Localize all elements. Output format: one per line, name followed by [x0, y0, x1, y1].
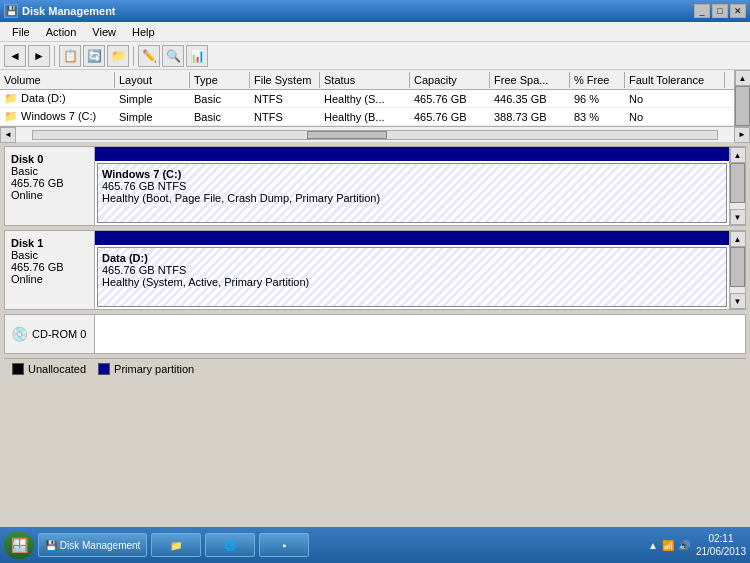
toolbar-back[interactable]: ◄	[4, 45, 26, 67]
toolbar-properties[interactable]: 📋	[59, 45, 81, 67]
title-bar: 💾 Disk Management _ □ ✕	[0, 0, 750, 22]
window-title: Disk Management	[22, 5, 116, 17]
taskbar-task-ie[interactable]: 🌐	[205, 533, 255, 557]
cell-layout-0: Simple	[115, 92, 190, 106]
taskbar-task-cmd[interactable]: ▪	[259, 533, 309, 557]
disk-1-type: Basic	[11, 249, 88, 261]
col-header-pctfree[interactable]: % Free	[570, 72, 625, 88]
list-vscroll[interactable]: ▲ ▼	[734, 70, 750, 126]
hscroll-right[interactable]: ►	[734, 127, 750, 143]
disk-0-size: 465.76 GB	[11, 177, 88, 189]
disk-1-partition-size: 465.76 GB NTFS	[102, 264, 722, 276]
disk-0-partition-area: Windows 7 (C:) 465.76 GB NTFS Healthy (B…	[95, 147, 729, 225]
disk-1-row: Disk 1 Basic 465.76 GB Online Data (D:) …	[4, 230, 746, 310]
cell-capacity-1: 465.76 GB	[410, 110, 490, 124]
clock[interactable]: 02:11 21/06/2013	[696, 532, 746, 558]
disk-1-status: Online	[11, 273, 88, 285]
cell-pctfree-1: 83 %	[570, 110, 625, 124]
clock-time: 02:11	[696, 532, 746, 545]
close-button[interactable]: ✕	[730, 4, 746, 18]
cdrom-0-row: 💿 CD-ROM 0	[4, 314, 746, 354]
disk-0-label: Disk 0 Basic 465.76 GB Online	[5, 147, 95, 225]
legend-label-primary: Primary partition	[114, 363, 194, 375]
cell-type-0: Basic	[190, 92, 250, 106]
col-header-type[interactable]: Type	[190, 72, 250, 88]
vscroll-up[interactable]: ▲	[735, 70, 751, 86]
cell-capacity-0: 465.76 GB	[410, 92, 490, 106]
cdrom-0-id: CD-ROM 0	[32, 328, 86, 340]
legend-bar: Unallocated Primary partition	[4, 358, 746, 378]
toolbar-edit[interactable]: ✏️	[138, 45, 160, 67]
table-row[interactable]: 📁 Data (D:) Simple Basic NTFS Healthy (S…	[0, 90, 734, 108]
disk-vscroll-1-down[interactable]: ▼	[730, 293, 746, 309]
disk-vscroll-1-up[interactable]: ▲	[730, 231, 746, 247]
disk-1-header-bar	[95, 231, 729, 245]
disk-vscroll-1-thumb[interactable]	[730, 247, 745, 287]
hscroll-area: ◄ ►	[0, 126, 750, 142]
cell-fs-1: NTFS	[250, 110, 320, 124]
disk-1-partition-area: Data (D:) 465.76 GB NTFS Healthy (System…	[95, 231, 729, 309]
disk-0-partition-size: 465.76 GB NTFS	[102, 180, 722, 192]
toolbar-refresh[interactable]: 🔄	[83, 45, 105, 67]
app-icon: 💾	[4, 4, 18, 18]
cell-status-1: Healthy (B...	[320, 110, 410, 124]
window-controls: _ □ ✕	[694, 4, 746, 18]
hscroll-thumb[interactable]	[307, 131, 387, 139]
disk-vscroll-0-down[interactable]: ▼	[730, 209, 746, 225]
col-header-fs[interactable]: File System	[250, 72, 320, 88]
toolbar-open[interactable]: 📁	[107, 45, 129, 67]
disk-0-row: Disk 0 Basic 465.76 GB Online Windows 7 …	[4, 146, 746, 226]
col-header-free[interactable]: Free Spa...	[490, 72, 570, 88]
main-content: Volume Layout Type File System Status Ca…	[0, 70, 750, 563]
toolbar-view[interactable]: 📊	[186, 45, 208, 67]
col-header-capacity[interactable]: Capacity	[410, 72, 490, 88]
clock-date: 21/06/2013	[696, 545, 746, 558]
cell-fault-0: No	[625, 92, 725, 106]
disk-0-partition-name: Windows 7 (C:)	[102, 168, 722, 180]
toolbar-search[interactable]: 🔍	[162, 45, 184, 67]
minimize-button[interactable]: _	[694, 4, 710, 18]
taskbar-task-diskmgmt[interactable]: 💾 Disk Management	[38, 533, 147, 557]
column-headers: Volume Layout Type File System Status Ca…	[0, 70, 734, 90]
disk-vscroll-0[interactable]: ▲ ▼	[729, 147, 745, 225]
col-header-volume[interactable]: Volume	[0, 72, 115, 88]
disk-1-partition[interactable]: Data (D:) 465.76 GB NTFS Healthy (System…	[97, 247, 727, 307]
menu-view[interactable]: View	[84, 24, 124, 40]
disk-1-id: Disk 1	[11, 237, 88, 249]
disk-vscroll-0-up[interactable]: ▲	[730, 147, 746, 163]
menu-action[interactable]: Action	[38, 24, 85, 40]
vscroll-thumb[interactable]	[735, 86, 750, 126]
cell-fault-1: No	[625, 110, 725, 124]
legend-unallocated: Unallocated	[12, 363, 86, 375]
menu-file[interactable]: File	[4, 24, 38, 40]
cell-pctfree-0: 96 %	[570, 92, 625, 106]
cell-volume-0: 📁 Data (D:)	[0, 91, 115, 106]
tray-volume: 🔊	[678, 540, 690, 551]
system-tray: ▲ 📶 🔊	[648, 540, 690, 551]
legend-primary: Primary partition	[98, 363, 194, 375]
table-row[interactable]: 📁 Windows 7 (C:) Simple Basic NTFS Healt…	[0, 108, 734, 126]
toolbar-forward[interactable]: ►	[28, 45, 50, 67]
disk-vscroll-0-thumb[interactable]	[730, 163, 745, 203]
disk-0-partition[interactable]: Windows 7 (C:) 465.76 GB NTFS Healthy (B…	[97, 163, 727, 223]
restore-button[interactable]: □	[712, 4, 728, 18]
col-header-fault[interactable]: Fault Tolerance	[625, 72, 725, 88]
disk-0-id: Disk 0	[11, 153, 88, 165]
disk-panel: Disk 0 Basic 465.76 GB Online Windows 7 …	[0, 142, 750, 563]
taskbar: 🪟 💾 Disk Management 📁 🌐 ▪ ▲ 📶 🔊 02:11 21…	[0, 527, 750, 563]
cell-layout-1: Simple	[115, 110, 190, 124]
col-header-status[interactable]: Status	[320, 72, 410, 88]
legend-swatch-primary	[98, 363, 110, 375]
menu-bar: File Action View Help	[0, 22, 750, 42]
tray-network: 📶	[662, 540, 674, 551]
tray-arrow[interactable]: ▲	[648, 540, 658, 551]
disk-vscroll-1-track	[730, 247, 745, 293]
disk-vscroll-1[interactable]: ▲ ▼	[729, 231, 745, 309]
col-header-layout[interactable]: Layout	[115, 72, 190, 88]
start-button[interactable]: 🪟	[4, 531, 34, 559]
hscroll-left[interactable]: ◄	[0, 127, 16, 143]
disk-1-partition-status: Healthy (System, Active, Primary Partiti…	[102, 276, 722, 288]
menu-help[interactable]: Help	[124, 24, 163, 40]
disk-1-partition-name: Data (D:)	[102, 252, 722, 264]
taskbar-task-folder[interactable]: 📁	[151, 533, 201, 557]
